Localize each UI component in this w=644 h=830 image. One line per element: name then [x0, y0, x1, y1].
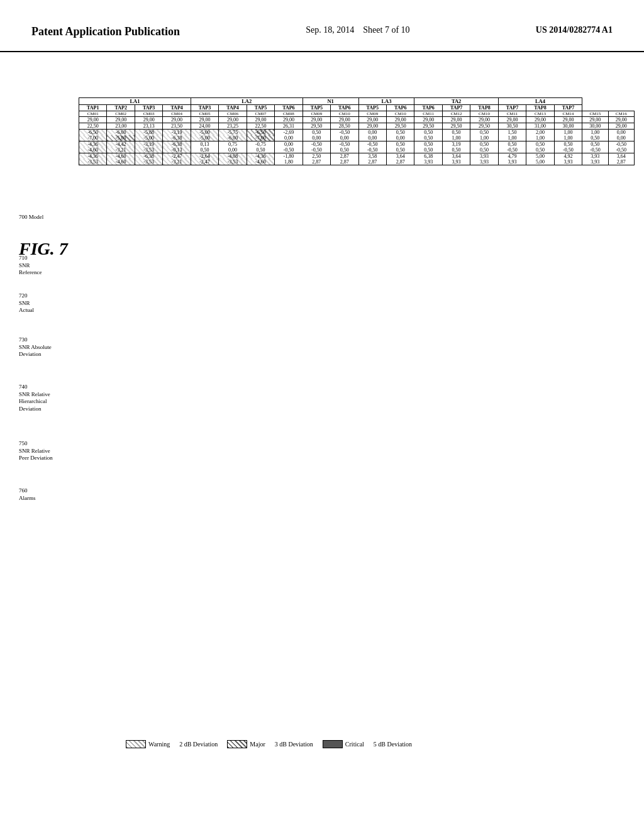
major-swatch — [227, 740, 247, 748]
snr-actual-row: 22,50 23,00 23,13 23,50 24,00 23,25 22,5… — [79, 123, 635, 130]
cell-750-cm01-bot: -3,53 — [79, 159, 107, 165]
cell-750-cm10-bot: 2,87 — [331, 159, 358, 165]
snr-peer-dev-row2: -3,53 -4,60 -3,53 -3,21 -2,47 -3,53 -4,6… — [79, 159, 635, 165]
header-cm10: CM10 — [331, 111, 358, 117]
header-tap6b: TAP6 — [275, 105, 303, 111]
cell-730-cm16-top: 0,00 — [608, 130, 634, 136]
header-cm09b: CM09 — [358, 111, 386, 117]
cell-740-cm07-bot: 0,50 — [247, 147, 274, 153]
legend-critical-db: 5 dB Deviation — [374, 741, 412, 748]
cell-740-cm08-top: 0,00 — [275, 141, 303, 148]
cell-730-cm13-top: 2,00 — [526, 130, 554, 136]
cell-740-cm12-bot: 0,50 — [442, 147, 470, 153]
header-cm03: CM03 — [135, 111, 162, 117]
cell-730-cm09b-top: 0,00 — [358, 130, 386, 136]
header-tap4b: TAP4 — [219, 105, 247, 111]
critical-label: Critical — [345, 741, 364, 748]
cell-710-cm08: 29,00 — [275, 117, 303, 123]
cell-730-cm04-bot: -6,38 — [163, 135, 191, 141]
cell-750-cm09-bot: 2,87 — [303, 159, 330, 165]
cell-710-cm11b: 29,00 — [498, 117, 526, 123]
cell-710-cm06: 29,00 — [219, 117, 247, 123]
cell-730-cm05-bot: -5,00 — [191, 135, 218, 141]
cell-740-cm10b-top: 0,50 — [386, 141, 414, 148]
cell-740-cm14-bot: -0,50 — [554, 147, 582, 153]
cell-720-cm09b: 29,00 — [358, 123, 386, 130]
cell-740-cm16-bot: -0,50 — [608, 147, 634, 153]
cell-750-cm10c-top: 3,93 — [470, 153, 498, 160]
cell-740-cm09b-top: -0,50 — [358, 141, 386, 148]
cell-730-cm11b-top: 1,50 — [498, 130, 526, 136]
cell-750-cm14-bot: 3,93 — [554, 159, 582, 165]
cell-740-cm03-bot: -3,53 — [135, 147, 162, 153]
cell-730-cm10-top: -0,50 — [331, 130, 358, 136]
cell-750-cm10c-bot: 3,93 — [470, 159, 498, 165]
label-760: 760Alarms — [19, 487, 36, 502]
header-tap5b: TAP5 — [247, 105, 274, 111]
cell-740-cm06-top: 0,75 — [219, 141, 247, 148]
figure-7: 700 Model 710SNRReference 720SNRActual 7… — [19, 97, 635, 717]
header-tap7: TAP7 — [442, 105, 470, 111]
cell-750-cm10b-bot: 2,87 — [386, 159, 414, 165]
header-cm14: CM14 — [554, 111, 582, 117]
cell-710-cm03: 29,00 — [135, 117, 162, 123]
cell-730-cm02-top: -6,00 — [107, 130, 135, 136]
cell-730-cm06-bot: -6,00 — [219, 135, 247, 141]
header-tap8b: TAP8 — [526, 105, 554, 111]
critical-swatch — [323, 740, 343, 748]
header-tap3: TAP3 — [135, 105, 162, 111]
cell-750-cm12-bot: 3,93 — [442, 159, 470, 165]
header-tap5: TAP5 — [303, 105, 330, 111]
cell-730-cm01-top: -6,50 — [79, 130, 107, 136]
cell-720-cm10: 28,50 — [331, 123, 358, 130]
cell-720-cm14: 30,00 — [554, 123, 582, 130]
cell-710-cm10: 29,00 — [331, 117, 358, 123]
cell-750-cm01-top: -4,36 — [79, 153, 107, 160]
cell-730-cm15-bot: 0,50 — [582, 135, 608, 141]
label-720: 720SNRActual — [19, 292, 34, 314]
label-700: 700 Model — [19, 214, 43, 221]
cell-750-cm05-top: -2,64 — [191, 153, 218, 160]
cell-750-cm10b-top: 3,64 — [386, 153, 414, 160]
header-la2: LA2 — [191, 98, 303, 105]
cell-750-cm16-bot: 2,87 — [608, 159, 634, 165]
cell-730-cm02-bot: -5,00 — [107, 135, 135, 141]
header-cm12: CM12 — [442, 111, 470, 117]
cell-730-cm14-top: 1,00 — [554, 130, 582, 136]
cell-710-cm12: 29,00 — [442, 117, 470, 123]
cell-710-cm02: 29,00 — [107, 117, 135, 123]
cell-750-cm07-top: -4,36 — [247, 153, 274, 160]
cell-740-cm03-top: -3,19 — [135, 141, 162, 148]
cell-720-cm08: 26,31 — [275, 123, 303, 130]
warning-label: Warning — [148, 741, 170, 748]
cell-750-cm03-top: -6,38 — [135, 153, 162, 160]
cell-750-cm06-bot: -3,53 — [219, 159, 247, 165]
label-740: 740SNR RelativeHierarchicalDeviation — [19, 384, 50, 413]
cell-750-cm09-top: 2,50 — [303, 153, 330, 160]
cell-730-cm06-top: -5,75 — [219, 130, 247, 136]
header-ta2: TA2 — [414, 98, 498, 105]
cell-750-cm14-top: 4,92 — [554, 153, 582, 160]
header-tap5c: TAP5 — [358, 105, 386, 111]
cell-740-cm11b-bot: -0,50 — [498, 147, 526, 153]
legend-critical: Critical — [323, 740, 364, 748]
cell-750-cm03-bot: -3,53 — [135, 159, 162, 165]
cell-730-cm04-top: -3,19 — [163, 130, 191, 136]
snr-hier-dev-row1: -4,36 -4,42 -3,19 -6,38 0,13 0,75 -0,75 … — [79, 141, 635, 148]
cell-750-cm08-top: -1,80 — [275, 153, 303, 160]
cell-750-cm11-top: 6,38 — [414, 153, 442, 160]
cell-730-cm05-top: -5,00 — [191, 130, 218, 136]
cell-730-cm03-top: -5,88 — [135, 130, 162, 136]
cell-750-cm07-bot: -4,60 — [247, 159, 274, 165]
cell-730-cm15-top: 1,00 — [582, 130, 608, 136]
cell-710-cm01: 29,00 — [79, 117, 107, 123]
legend-major-db: 3 dB Deviation — [275, 741, 313, 748]
cell-740-cm10-top: -0,50 — [331, 141, 358, 148]
cell-730-cm12-top: 0,50 — [442, 130, 470, 136]
cell-720-cm06: 23,25 — [219, 123, 247, 130]
cell-710-cm09: 29,00 — [303, 117, 330, 123]
cell-740-cm05-bot: 0,50 — [191, 147, 218, 153]
header-cm13: CM13 — [526, 111, 554, 117]
cell-750-cm13-bot: 5,00 — [526, 159, 554, 165]
cell-710-cm10b: 29,00 — [386, 117, 414, 123]
